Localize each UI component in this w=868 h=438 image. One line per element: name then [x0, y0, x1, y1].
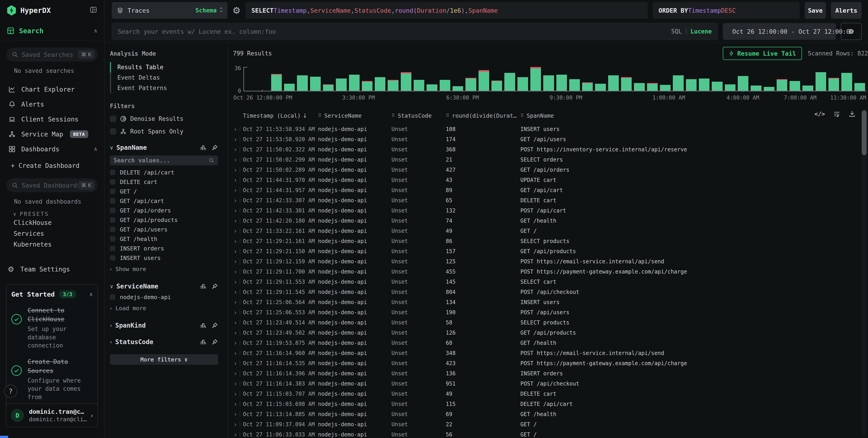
histogram-bar[interactable] [374, 67, 386, 91]
table-row[interactable]: ›Oct 27 11:42:33.307 AMnodejs-demo-apiUn… [233, 195, 868, 205]
histogram-bar[interactable] [555, 67, 568, 91]
filter-section-spanname[interactable]: ∨ SpanName [110, 144, 218, 151]
row-expand-chevron[interactable]: › [233, 329, 243, 336]
histogram-bar[interactable] [763, 67, 775, 91]
code-view-icon[interactable]: </> [814, 111, 825, 117]
more-filters-button[interactable]: More filters∨ [110, 354, 218, 365]
table-row[interactable]: ›Oct 27 11:16:14.383 AMnodejs-demo-apiUn… [233, 379, 868, 389]
histogram-bar[interactable] [335, 67, 348, 91]
checkbox[interactable] [110, 246, 115, 251]
histogram-bar[interactable] [659, 67, 672, 91]
histogram-bar[interactable] [646, 67, 659, 91]
checkbox[interactable] [110, 189, 115, 194]
table-row[interactable]: ›Oct 27 11:16:14.960 AMnodejs-demo-apiUn… [233, 348, 868, 358]
table-row[interactable]: ›Oct 27 11:16:14.535 AMnodejs-demo-apiUn… [233, 358, 868, 368]
table-row[interactable]: ›Oct 27 11:25:06.564 AMnodejs-demo-apiUn… [233, 297, 868, 307]
checkbox[interactable] [110, 179, 115, 185]
event-search-box[interactable]: SQL Lucene [112, 23, 718, 40]
select-query-input[interactable]: SELECT Timestamp,ServiceName,StatusCode,… [246, 2, 648, 19]
table-row[interactable]: ›Oct 27 11:23:49.514 AMnodejs-demo-apiUn… [233, 317, 868, 328]
table-row[interactable]: ›Oct 27 11:42:33.301 AMnodejs-demo-apiUn… [233, 205, 868, 215]
histogram-bar[interactable] [386, 67, 399, 91]
bar-chart-icon[interactable] [200, 322, 207, 329]
alerts-button[interactable]: Alerts [831, 2, 862, 19]
histogram-bar[interactable] [840, 67, 853, 91]
histogram-bar[interactable] [724, 67, 737, 91]
row-expand-chevron[interactable]: › [233, 340, 243, 346]
table-row[interactable]: ›Oct 27 11:29:21.150 AMnodejs-demo-apiUn… [233, 246, 868, 256]
checkbox[interactable] [110, 116, 116, 122]
histogram-bar[interactable] [529, 67, 542, 91]
sidebar-item-service-map[interactable]: Service Map BETA [0, 127, 104, 142]
saved-dashboards-input[interactable]: ⌘ K [6, 178, 98, 192]
column-header[interactable]: Timestamp (Local)↓ [243, 112, 318, 119]
scrollbar-thumb[interactable] [862, 110, 867, 155]
histogram-bar[interactable] [322, 67, 335, 91]
row-expand-chevron[interactable]: › [233, 248, 243, 255]
sidebar-item-dashboards[interactable]: Dashboards ∧ [0, 142, 104, 156]
denoise-results-toggle[interactable]: Denoise Results [110, 115, 218, 122]
histogram-bar[interactable] [568, 67, 581, 91]
row-expand-chevron[interactable]: › [233, 390, 243, 397]
histogram-bar[interactable] [542, 67, 555, 91]
source-settings-gear-icon[interactable]: ⚙ [232, 5, 241, 16]
histogram-bar[interactable] [477, 67, 490, 91]
chevron-up-icon[interactable]: ∧ [94, 146, 97, 152]
save-button[interactable]: Save [805, 2, 826, 19]
checkbox[interactable] [110, 227, 115, 232]
histogram-bar[interactable] [737, 67, 749, 91]
resume-live-tail-button[interactable]: Resume Live Tail [723, 47, 802, 60]
row-expand-chevron[interactable]: › [233, 350, 243, 356]
histogram-bar[interactable] [853, 67, 866, 91]
pin-icon[interactable] [211, 283, 218, 290]
chevron-up-icon[interactable]: ∧ [90, 291, 93, 297]
filter-value-row[interactable]: GET / [110, 187, 218, 196]
histogram-bar[interactable] [412, 67, 425, 91]
bar-chart-icon[interactable] [200, 144, 207, 151]
histogram-bar[interactable] [620, 67, 633, 91]
histogram-bar[interactable] [633, 67, 646, 91]
histogram-bar[interactable] [711, 67, 723, 91]
histogram-bar[interactable] [257, 67, 270, 91]
show-more-link[interactable]: › Show more [110, 264, 218, 273]
date-range-picker[interactable]: Oct 26 12:00:00 - Oct 27 12:00:00 [723, 23, 836, 40]
mode-event-patterns[interactable]: Event Patterns [110, 83, 218, 93]
preset-item-clickhouse[interactable]: ClickHouse [0, 217, 104, 228]
row-expand-chevron[interactable]: › [233, 268, 243, 275]
drag-handle-icon[interactable]: ⠿ [318, 113, 321, 118]
filter-section-spankind[interactable]: › SpanKind [110, 322, 218, 329]
row-expand-chevron[interactable]: › [233, 207, 243, 214]
checkbox[interactable] [110, 255, 115, 261]
row-expand-chevron[interactable]: › [233, 319, 243, 326]
drag-handle-icon[interactable]: ⠿ [520, 113, 524, 118]
row-expand-chevron[interactable]: › [233, 258, 243, 265]
table-row[interactable]: ›Oct 27 11:53:58.934 AMnodejs-demo-apiUn… [233, 124, 868, 134]
run-query-button[interactable] [841, 23, 862, 40]
root-spans-only-toggle[interactable]: Root Spans Only [110, 128, 218, 135]
sidebar-item-search[interactable]: Search ∧ [0, 21, 104, 41]
source-selector[interactable]: Traces Schema [112, 2, 227, 19]
row-expand-chevron[interactable]: › [233, 126, 243, 133]
saved-searches-field[interactable] [22, 51, 78, 58]
help-button[interactable]: ? [4, 385, 17, 398]
filter-value-row[interactable]: nodejs-demo-api [110, 292, 218, 302]
scrollbar-track[interactable] [862, 109, 867, 436]
histogram-bar[interactable] [581, 67, 594, 91]
histogram-bar[interactable] [425, 67, 438, 91]
chevron-up-icon[interactable]: ∧ [94, 28, 97, 34]
filter-values-search[interactable] [110, 155, 218, 165]
sql-mode-toggle[interactable]: SQL [671, 28, 682, 35]
get-started-task[interactable]: Create Data Sources Configure where your… [11, 357, 93, 401]
presets-group-toggle[interactable]: ∨ PRESETS [13, 211, 104, 217]
table-row[interactable]: ›Oct 27 11:19:53.875 AMnodejs-demo-apiUn… [233, 338, 868, 348]
histogram-bar[interactable] [685, 67, 698, 91]
histogram-bar[interactable] [283, 67, 296, 91]
row-expand-chevron[interactable]: › [233, 197, 243, 204]
pin-icon[interactable] [211, 339, 218, 346]
create-dashboard-button[interactable]: + Create Dashboard [0, 159, 104, 172]
mode-results-table[interactable]: Results Table [110, 62, 218, 72]
row-expand-chevron[interactable]: › [233, 146, 243, 153]
bar-chart-icon[interactable] [200, 339, 207, 346]
table-row[interactable]: ›Oct 27 11:29:21.161 AMnodejs-demo-apiUn… [233, 236, 868, 246]
preset-item-kubernetes[interactable]: Kubernetes [0, 239, 104, 250]
